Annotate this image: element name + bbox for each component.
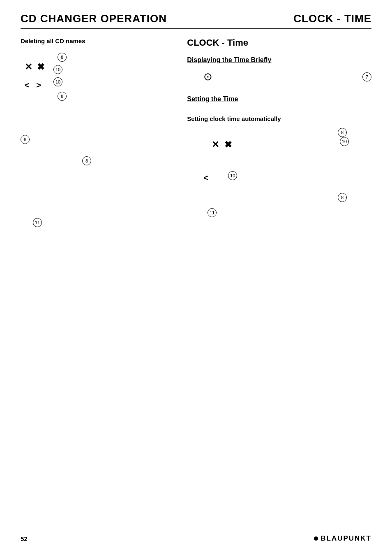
arrow-right-symbol: > — [36, 81, 41, 90]
brand-logo: BLAUPUNKT — [314, 534, 371, 543]
header-left-title: CD CHANGER OPERATION — [21, 12, 167, 25]
header-right-title: CLOCK - TIME — [293, 12, 371, 25]
page-header: CD CHANGER OPERATION CLOCK - TIME — [21, 12, 371, 29]
page-footer: 52 BLAUPUNKT — [21, 531, 371, 543]
brand-dot-icon — [314, 536, 318, 541]
left-symbol-block: 8 10 ✕ ✖ < > 10 8 — [21, 53, 170, 123]
circled-8-mid-left: 8 — [82, 156, 91, 165]
arrow-down-symbol: ✖ — [37, 62, 44, 72]
left-section-title: Deleting all CD names — [21, 37, 170, 44]
display-time-block: ⊙ 7 — [187, 70, 371, 83]
left-arrow-pair-lr: < > — [25, 81, 41, 90]
circled-10-b-left: 10 — [53, 77, 62, 86]
circled-8-standalone: 8 — [21, 135, 170, 144]
right-auto-symbols: 8 ✕ ✖ 10 < 10 8 — [187, 128, 371, 223]
right-arrow-up-down: ✕ ✖ — [212, 139, 231, 150]
right-column: CLOCK - Time Displaying the Time Briefly… — [178, 37, 371, 227]
circled-11-left: 11 — [33, 218, 170, 227]
display-time-title: Displaying the Time Briefly — [187, 56, 371, 64]
circled-7-right: 7 — [362, 72, 371, 81]
left-arrow-pair-up-down: ✕ ✖ — [25, 62, 44, 72]
setting-time-title: Setting the Time — [187, 95, 371, 103]
arrow-left-symbol: < — [25, 81, 30, 90]
circled-8-bottom-left: 8 — [58, 92, 67, 101]
circled-8-top-left: 8 — [58, 53, 67, 62]
brand-name: BLAUPUNKT — [321, 534, 371, 543]
arrow-left-right-col: < — [203, 173, 208, 182]
circled-10-a-right: 10 — [340, 137, 349, 146]
circled-8-a-right: 8 — [338, 128, 347, 137]
left-column: Deleting all CD names 8 10 ✕ ✖ < > — [21, 37, 178, 227]
page: CD CHANGER OPERATION CLOCK - TIME Deleti… — [0, 0, 392, 555]
circled-8-b-right: 8 — [338, 193, 347, 202]
page-number: 52 — [21, 535, 28, 542]
right-arrow-left: < — [203, 173, 208, 183]
clock-icon: ⊙ — [203, 70, 212, 83]
circled-10-a-left: 10 — [53, 65, 62, 74]
auto-clock-title: Setting clock time automatically — [187, 115, 371, 122]
main-columns: Deleting all CD names 8 10 ✕ ✖ < > — [21, 37, 371, 227]
circled-10-b-right: 10 — [228, 171, 237, 180]
arrow-up-symbol: ✕ — [25, 62, 32, 72]
left-mid-block: 8 — [21, 156, 170, 214]
right-arrow-up: ✕ — [212, 139, 219, 150]
circled-11-right: 11 — [208, 208, 217, 217]
right-main-title: CLOCK - Time — [187, 37, 371, 48]
right-arrow-down: ✖ — [224, 139, 232, 150]
